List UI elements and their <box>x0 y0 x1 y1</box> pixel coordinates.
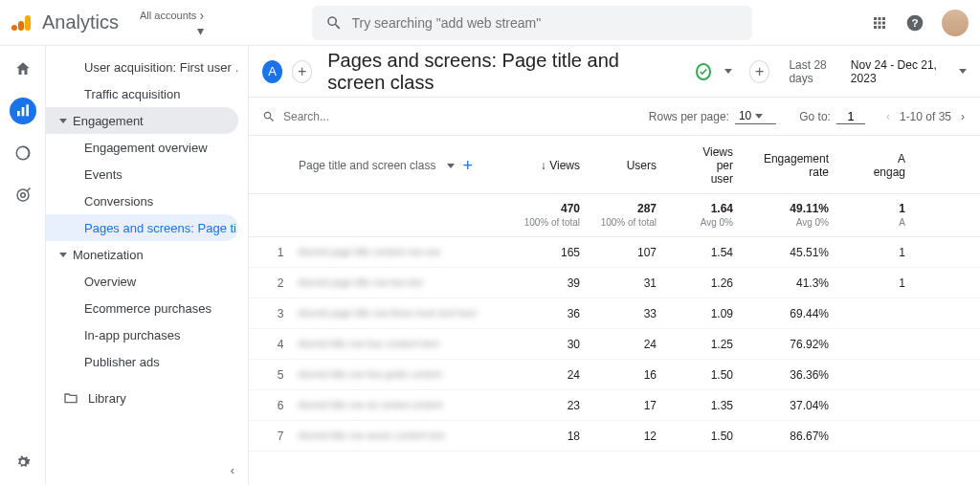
table-row[interactable]: 3 blurred page title row three more text… <box>249 298 980 329</box>
dimension-selector[interactable]: Page title and screen class + <box>299 156 509 176</box>
svg-rect-0 <box>25 15 31 31</box>
row-index: 1 <box>262 246 299 259</box>
table-row[interactable]: 6 blurred title row six review content 2… <box>249 390 980 421</box>
verified-icon[interactable] <box>696 63 711 80</box>
chevron-down-icon <box>447 164 455 168</box>
row-title: blurred title row six review content <box>299 396 509 415</box>
apps-icon[interactable] <box>871 14 888 32</box>
row-vpu: 1.50 <box>662 368 739 382</box>
rail-admin-icon[interactable] <box>10 449 36 475</box>
table-search-input[interactable] <box>283 110 398 123</box>
segment-badge[interactable]: A <box>262 60 282 83</box>
row-users: 33 <box>586 307 662 320</box>
svg-point-9 <box>17 189 29 201</box>
account-selector[interactable]: All accounts › ▾ <box>140 8 204 38</box>
sidebar-item-events[interactable]: Events <box>46 161 238 187</box>
sidebar-group-monetization[interactable]: Monetization <box>46 241 238 268</box>
search-input[interactable] <box>352 15 739 31</box>
next-page-icon[interactable]: › <box>959 110 967 123</box>
col-views[interactable]: ↓ Views <box>509 159 586 172</box>
col-views-per-user[interactable]: Viewsperuser <box>662 145 739 186</box>
row-views: 23 <box>509 399 586 412</box>
row-users: 16 <box>586 368 662 382</box>
analytics-logo-icon <box>11 11 34 34</box>
app-header: Analytics All accounts › ▾ ? <box>0 0 980 46</box>
sidebar-item-monetization-overview[interactable]: Overview <box>46 268 238 295</box>
row-title: blurred title row five guide content <box>299 365 509 385</box>
row-views: 18 <box>509 430 586 443</box>
row-views: 36 <box>509 307 586 320</box>
content: A + Pages and screens: Page title and sc… <box>249 46 980 485</box>
title-dropdown-icon[interactable] <box>724 69 732 74</box>
table-header: Page title and screen class + ↓ Views Us… <box>249 136 980 194</box>
row-title: blurred page title content row one <box>299 243 509 262</box>
sidebar-collapse-icon[interactable]: ‹ <box>231 463 234 477</box>
brand-name: Analytics <box>42 11 119 33</box>
rail-explore-icon[interactable] <box>10 140 36 166</box>
rail-home-icon[interactable] <box>10 55 36 82</box>
svg-rect-7 <box>26 104 29 116</box>
account-selector-label: All accounts <box>140 10 196 21</box>
row-users: 107 <box>586 246 662 259</box>
sidebar-item-conversions[interactable]: Conversions <box>46 187 238 214</box>
sidebar-item-publisher-ads[interactable]: Publisher ads <box>46 348 238 375</box>
sidebar-item-ecommerce[interactable]: Ecommerce purchases <box>46 295 238 321</box>
add-segment-button[interactable]: + <box>292 60 312 83</box>
row-rate: 86.67% <box>739 430 835 443</box>
row-last: 1 <box>835 246 911 259</box>
goto-input[interactable] <box>836 109 865 124</box>
add-comparison-button[interactable]: + <box>749 60 769 83</box>
page-title: Pages and screens: Page title and screen… <box>327 50 680 94</box>
row-title: blurred page title row three more text h… <box>299 304 509 323</box>
help-icon[interactable]: ? <box>905 13 924 33</box>
row-rate: 45.51% <box>739 246 835 259</box>
row-vpu: 1.25 <box>662 338 739 351</box>
prev-page-icon[interactable]: ‹ <box>884 110 892 123</box>
add-dimension-icon[interactable]: + <box>462 156 473 176</box>
row-title: blurred title row seven content text <box>299 427 509 446</box>
svg-point-2 <box>11 25 17 31</box>
svg-text:?: ? <box>911 16 918 29</box>
rows-label: Rows per page: <box>649 110 729 123</box>
goto-label: Go to: <box>799 110 831 123</box>
table-row[interactable]: 1 blurred page title content row one 165… <box>249 237 980 268</box>
col-engagement-rate[interactable]: Engagementrate <box>739 152 835 179</box>
chevron-down-icon <box>959 69 967 74</box>
row-index: 6 <box>262 399 299 412</box>
sidebar-item-inapp[interactable]: In-app purchases <box>46 321 238 348</box>
content-header: A + Pages and screens: Page title and sc… <box>249 46 980 98</box>
row-rate: 37.04% <box>739 399 835 412</box>
row-rate: 69.44% <box>739 307 835 320</box>
table-row[interactable]: 4 blurred title row four content here 30… <box>249 329 980 360</box>
col-users[interactable]: Users <box>586 159 662 172</box>
row-index: 5 <box>262 368 299 382</box>
avatar[interactable] <box>942 10 969 36</box>
header-actions: ? <box>871 10 969 36</box>
date-range-picker[interactable]: Last 28 days Nov 24 - Dec 21, 2023 <box>789 58 967 85</box>
rail-advertising-icon[interactable] <box>10 182 36 209</box>
sidebar-item-engagement-overview[interactable]: Engagement overview <box>46 134 238 161</box>
rail-reports-icon[interactable] <box>10 98 36 124</box>
table-row[interactable]: 2 blurred page title row two line 39 31 … <box>249 268 980 298</box>
rows-per-page[interactable]: Rows per page: 10 <box>649 109 776 124</box>
row-vpu: 1.26 <box>662 276 739 290</box>
table-row[interactable]: 7 blurred title row seven content text 1… <box>249 421 980 452</box>
row-vpu: 1.35 <box>662 399 739 412</box>
sidebar-item-pages-screens[interactable]: Pages and screens: Page ti… <box>46 214 238 241</box>
row-users: 12 <box>586 430 662 443</box>
goto-page[interactable]: Go to: <box>799 109 865 124</box>
date-label: Last 28 days <box>789 58 844 85</box>
table-row[interactable]: 5 blurred title row five guide content 2… <box>249 360 980 390</box>
search-icon <box>325 14 343 32</box>
col-avg-engagement[interactable]: Aengag <box>835 152 911 179</box>
row-title: blurred title row four content here <box>299 335 509 354</box>
search-icon <box>262 110 276 123</box>
logo-area: Analytics <box>11 11 130 34</box>
svg-rect-1 <box>18 21 24 31</box>
sidebar-item-user-acquisition[interactable]: User acquisition: First user … <box>46 54 238 80</box>
sidebar-group-engagement[interactable]: Engagement <box>46 107 238 134</box>
sidebar-item-traffic-acquisition[interactable]: Traffic acquisition <box>46 80 238 107</box>
sidebar-library[interactable]: Library <box>46 381 248 415</box>
search-box[interactable] <box>312 6 752 40</box>
data-table: Page title and screen class + ↓ Views Us… <box>249 136 980 485</box>
